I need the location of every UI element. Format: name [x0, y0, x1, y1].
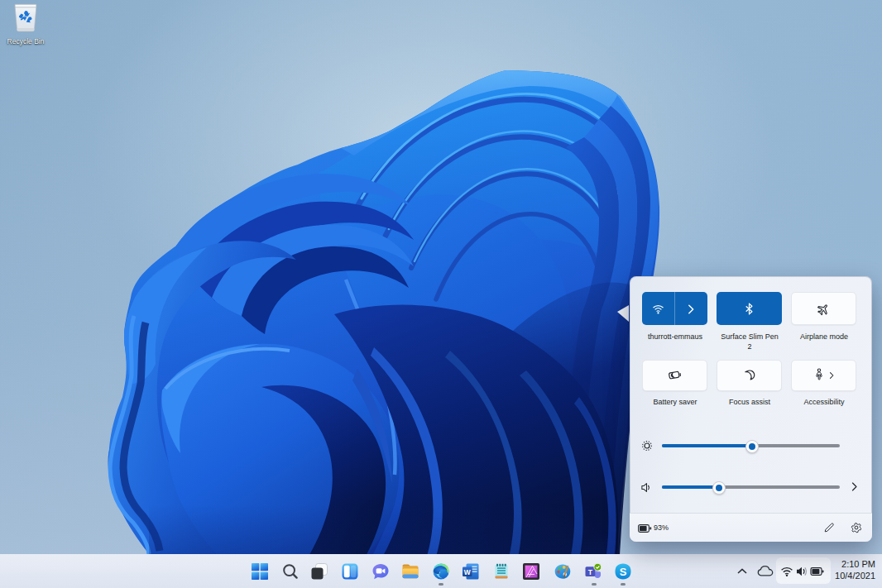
- svg-text:T: T: [588, 568, 593, 576]
- svg-text:W: W: [464, 568, 471, 576]
- svg-text:S: S: [620, 566, 627, 578]
